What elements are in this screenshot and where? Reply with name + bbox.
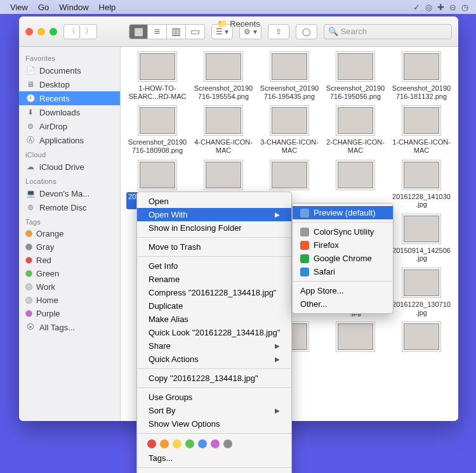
desktop-icon: 🖥	[25, 79, 36, 89]
context-menu-item[interactable]: Copy "20161228_134418.jpg"	[137, 372, 291, 385]
tag-color-dot[interactable]	[211, 439, 220, 448]
submenu-item-label: Preview (default)	[314, 208, 376, 217]
sidebar-item[interactable]: ⬇Downloads	[19, 105, 120, 119]
sidebar-item[interactable]: Gray	[19, 240, 120, 254]
forward-button[interactable]: 〉	[81, 24, 97, 39]
submenu-arrow-icon: ▶	[275, 407, 280, 414]
context-menu-item[interactable]: Duplicate	[137, 299, 291, 313]
context-menu-item[interactable]: Share▶	[137, 339, 291, 353]
file-item[interactable]: 3-CHANGE-ICON-MAC	[256, 107, 322, 155]
tag-picker[interactable]	[137, 436, 291, 451]
tag-color-dot[interactable]	[223, 439, 232, 448]
file-item[interactable]: 4-CHANGE-ICON-MAC	[190, 107, 256, 155]
file-item[interactable]	[388, 323, 454, 355]
status-icon[interactable]: ✚	[437, 3, 444, 12]
sidebar-item[interactable]: Purple	[19, 307, 120, 320]
submenu-item[interactable]: App Store...	[293, 284, 393, 297]
status-icon[interactable]: ⊝	[449, 3, 456, 12]
tag-color-dot[interactable]	[160, 439, 169, 448]
menu-item-label: Use Groups	[149, 392, 192, 402]
sidebar-item[interactable]: ⊚Remote Disc	[19, 200, 120, 214]
context-menu-item[interactable]: Quick Actions▶	[137, 353, 291, 366]
status-icon[interactable]: ◷	[461, 3, 468, 12]
tags-button[interactable]: ◯	[296, 24, 317, 39]
submenu-item[interactable]: Safari	[293, 265, 393, 278]
sidebar-item[interactable]: ☁iCloud Drive	[19, 160, 120, 174]
file-item[interactable]: 1-HOW-TO-SEARC...RD-MAC	[124, 53, 190, 101]
context-menu-item[interactable]: Get Info	[137, 259, 291, 273]
share-button[interactable]: ⇪	[268, 24, 289, 39]
sidebar-item[interactable]: Orange	[19, 227, 120, 240]
arrange-button[interactable]: ☰ ▾	[211, 24, 233, 39]
tag-color-dot[interactable]	[147, 439, 156, 448]
column-view-button[interactable]: ▥	[167, 24, 186, 39]
context-menu-item[interactable]: Tags...	[137, 451, 291, 465]
context-menu-item[interactable]: Make Alias	[137, 313, 291, 326]
sidebar-item[interactable]: Work	[19, 280, 120, 294]
context-menu-item[interactable]: Move to Trash	[137, 240, 291, 254]
status-icon[interactable]: ◎	[425, 3, 432, 12]
zoom-button[interactable]	[50, 28, 57, 36]
tag-color-dot[interactable]	[173, 439, 182, 448]
context-menu-item[interactable]: Rename	[137, 273, 291, 286]
submenu-item[interactable]: Google Chrome	[293, 252, 393, 265]
file-item[interactable]	[322, 162, 388, 209]
tag-dot-icon	[25, 243, 32, 250]
file-item[interactable]: Screenshot_20190716-180908.png	[124, 107, 190, 155]
sidebar-header: Favorites	[19, 51, 120, 63]
file-thumbnail	[404, 162, 439, 188]
file-item[interactable]	[322, 323, 388, 355]
tag-color-dot[interactable]	[185, 439, 194, 448]
sidebar-item[interactable]: Red	[19, 254, 120, 267]
menu-go[interactable]: Go	[33, 3, 54, 12]
file-item[interactable]: 2-CHANGE-ICON-MAC	[322, 107, 388, 155]
sidebar-item[interactable]: ⦿All Tags...	[19, 320, 120, 334]
list-view-button[interactable]: ≡	[148, 24, 167, 39]
context-menu-item[interactable]: Use Groups	[137, 391, 291, 404]
context-menu-item[interactable]: Quick Look "20161228_134418.jpg"	[137, 326, 291, 339]
context-menu-item[interactable]: Show in Enclosing Folder	[137, 221, 291, 235]
sidebar-item[interactable]: Green	[19, 267, 120, 280]
status-icon[interactable]: ✓	[413, 3, 420, 12]
action-button[interactable]: ⚙ ▾	[239, 24, 261, 39]
submenu-item[interactable]: Firefox	[293, 238, 393, 252]
icon-view-button[interactable]: ▦	[129, 24, 148, 39]
submenu-item-label: Other...	[300, 299, 327, 309]
context-menu-item[interactable]: Set Desktop Picture	[137, 470, 291, 473]
submenu-item[interactable]: Other...	[293, 297, 393, 311]
menu-item-label: Get Info	[149, 261, 178, 271]
file-item[interactable]: Screenshot_20190716-195435.png	[256, 53, 322, 101]
file-item[interactable]: 20150914_142506.jpg	[388, 216, 454, 263]
menu-item-label: Show View Options	[149, 419, 220, 429]
sidebar-item[interactable]: 💻Devon's Ma...	[19, 186, 120, 200]
file-item[interactable]: 20161228_141030.jpg	[388, 162, 454, 209]
sidebar-item[interactable]: 📄Documents	[19, 63, 120, 77]
sidebar-item[interactable]: ⊚AirDrop	[19, 119, 120, 133]
context-menu-item[interactable]: Open	[137, 195, 291, 208]
file-item[interactable]: 20161228_130710.jpg	[388, 269, 454, 317]
submenu-item[interactable]: Preview (default)	[293, 206, 393, 219]
download-icon: ⬇	[25, 107, 36, 117]
sidebar-item[interactable]: 🖥Desktop	[19, 77, 120, 91]
close-button[interactable]	[25, 28, 33, 36]
file-item[interactable]: Screenshot_20190716-181132.png	[388, 53, 454, 101]
context-menu-item[interactable]: Compress "20161228_134418.jpg"	[137, 286, 291, 299]
minimize-button[interactable]	[37, 28, 45, 36]
file-item[interactable]: 1-CHANGE-ICON-MAC	[388, 107, 454, 155]
gallery-view-button[interactable]: ▭	[186, 24, 205, 39]
sidebar-item[interactable]: Home	[19, 294, 120, 307]
file-item[interactable]: Screenshot_20190716-195056.png	[322, 53, 388, 101]
submenu-item[interactable]: ColorSync Utility	[293, 225, 393, 238]
context-menu-item[interactable]: Sort By▶	[137, 404, 291, 417]
sidebar-item[interactable]: ⒶApplications	[19, 133, 120, 147]
search-field[interactable]: 🔍 Search	[324, 24, 452, 39]
context-menu-item[interactable]: Open With▶	[137, 208, 291, 221]
menu-help[interactable]: Help	[94, 3, 121, 12]
context-menu-item[interactable]: Show View Options	[137, 417, 291, 431]
sidebar-item[interactable]: 🕘Recents	[19, 91, 120, 105]
menu-window[interactable]: Window	[54, 3, 93, 12]
menu-view[interactable]: View	[5, 3, 33, 12]
back-button[interactable]: 〈	[63, 24, 80, 39]
tag-color-dot[interactable]	[198, 439, 207, 448]
file-item[interactable]: Screenshot_20190716-195554.png	[190, 53, 256, 101]
